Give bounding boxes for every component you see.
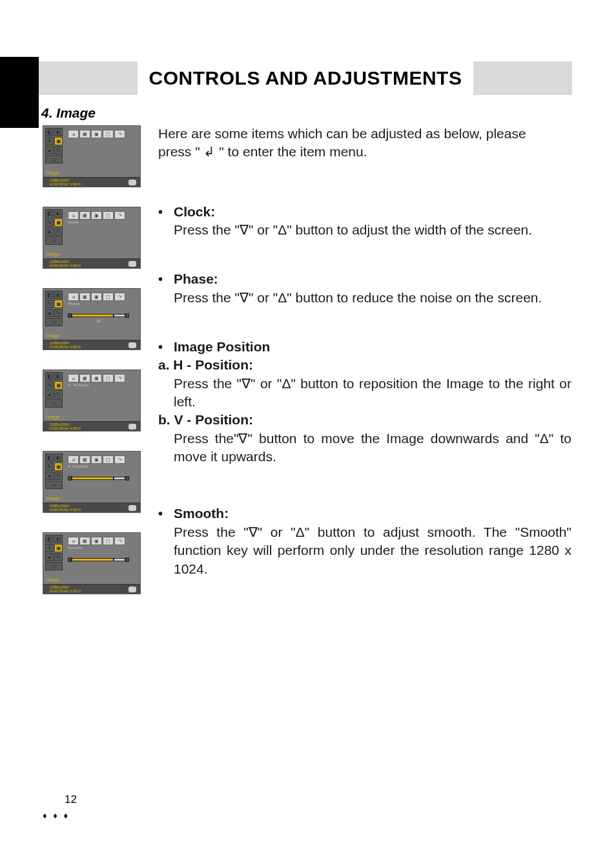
osd-sublabel: V. Position xyxy=(68,464,88,468)
osd-panel: ◧◐✎▣▲↻▭⧈▦▣▢↷H. PositionImage1280x1024H:6… xyxy=(43,369,141,432)
item-clock: • Clock: Press the "∇" or "Δ" button to … xyxy=(158,203,571,240)
osd-left-icons: ◧◐✎▣▲↻▭ xyxy=(45,128,63,164)
osd-status-text: 1280x1024H:63.5KHz V:60.0 xyxy=(50,341,81,349)
osd-panel: ◧◐✎▣▲↻▭⧈▦▣▢↷V. PositionImage1280x1024H:6… xyxy=(43,451,141,513)
osd-top-icons: ⧈▦▣▢↷ xyxy=(68,537,125,545)
item-phase: • Phase: Press the "∇" or "Δ" button to … xyxy=(158,270,571,307)
osd-category: Image xyxy=(46,415,60,419)
osd-category: Image xyxy=(46,333,60,338)
content-column: Here are some items which can be adjuste… xyxy=(158,125,571,609)
phase-body: Press the "∇" or "Δ" button to reduce th… xyxy=(158,289,571,307)
osd-sublabel: H. Position xyxy=(68,383,88,387)
osd-status-text: 1280x1024H:63.5KHz V:60.0 xyxy=(50,504,81,512)
osd-top-icons: ⧈▦▣▢↷ xyxy=(68,374,125,382)
speaker-icon xyxy=(128,261,136,267)
hpos-head: a. H - Position: xyxy=(158,356,571,374)
osd-top-icons: ⧈▦▣▢↷ xyxy=(68,293,125,301)
clock-title: Clock: xyxy=(174,203,215,221)
speaker-icon xyxy=(128,587,136,592)
smooth-title: Smooth: xyxy=(174,504,229,523)
osd-sublabel: Clock xyxy=(68,220,79,224)
page-ornament-diamonds: ♦ ♦ ♦ xyxy=(43,811,70,820)
osd-status-bar: 1280x1024H:63.5KHz V:60.0 xyxy=(43,503,140,512)
osd-top-icons: ⧈▦▣▢↷ xyxy=(68,130,125,138)
osd-status-bar: 1280x1024H:63.5KHz V:60.0 xyxy=(43,584,140,594)
hpos-body: Press the "∇" or "Δ" button to repositio… xyxy=(158,375,571,411)
osd-status-text: 1280x1024H:63.5KHz V:60.0 xyxy=(50,422,81,430)
osd-status-bar: 1280x1024H:63.5KHz V:60.0 xyxy=(43,177,140,187)
osd-panel: ◧◐✎▣▲↻▭⧈▦▣▢↷Phase32Image1280x1024H:63.5K… xyxy=(43,288,141,350)
vpos-head: b. V - Position: xyxy=(158,411,571,429)
osd-top-icons: ⧈▦▣▢↷ xyxy=(68,211,125,220)
osd-panel: ◧◐✎▣▲↻▭⧈▦▣▢↷Image1280x1024H:63.5KHz V:60… xyxy=(43,125,141,187)
speaker-icon xyxy=(128,505,136,511)
clock-body: Press the "∇" or "Δ" button to adjust th… xyxy=(158,221,571,239)
item-smooth: • Smooth: Press the "∇" or "Δ" button to… xyxy=(158,504,571,577)
osd-status-bar: 1280x1024H:63.5KHz V:60.0 xyxy=(43,421,140,431)
speaker-icon xyxy=(128,424,136,430)
vpos-body: Press the"∇" button to move the Image do… xyxy=(158,430,571,466)
intro-line2a: press " xyxy=(158,144,203,159)
osd-status-text: 1280x1024H:63.5KHz V:60.0 xyxy=(50,585,81,593)
osd-category: Image xyxy=(46,496,60,501)
bullet-icon: • xyxy=(158,505,174,523)
intro-paragraph: Here are some items which can be adjuste… xyxy=(158,125,571,161)
osd-top-icons: ⧈▦▣▢↷ xyxy=(68,455,125,464)
osd-sublabel: Smooth xyxy=(68,546,82,550)
osd-slider-value: 32 xyxy=(68,319,129,323)
osd-category: Image xyxy=(46,577,60,582)
item-image-position: • Image Position a. H - Position: Press … xyxy=(158,338,571,466)
osd-left-icons: ◧◐✎▣▲↻▭ xyxy=(45,453,63,490)
osd-status-bar: 1280x1024H:63.5KHz V:60.0 xyxy=(43,340,140,349)
page-title: CONTROLS AND ADJUSTMENTS xyxy=(149,67,462,89)
section-heading: 4. Image xyxy=(41,105,96,121)
imgpos-title: Image Position xyxy=(174,338,270,356)
bullet-icon: • xyxy=(158,338,174,356)
intro-line2b: " to enter the item menu. xyxy=(215,144,367,159)
smooth-body: Press the "∇" or "Δ" button to adjust sm… xyxy=(158,523,571,578)
osd-category: Image xyxy=(46,252,60,256)
osd-status-text: 1280x1024H:63.5KHz V:60.0 xyxy=(50,260,81,267)
section-number: 4. xyxy=(41,105,53,120)
osd-left-icons: ◧◐✎▣▲↻▭ xyxy=(45,291,63,327)
osd-screenshot-column: ◧◐✎▣▲↻▭⧈▦▣▢↷Image1280x1024H:63.5KHz V:60… xyxy=(43,125,141,614)
osd-status-bar: 1280x1024H:63.5KHz V:60.0 xyxy=(43,258,140,268)
osd-slider xyxy=(68,557,129,562)
header-white-box: CONTROLS AND ADJUSTMENTS xyxy=(138,61,474,95)
osd-category: Image xyxy=(46,171,60,175)
osd-sublabel: Phase xyxy=(68,302,80,306)
osd-slider xyxy=(68,476,129,481)
header-band: CONTROLS AND ADJUSTMENTS xyxy=(39,61,572,95)
page-tab xyxy=(0,57,39,128)
osd-panel: ◧◐✎▣▲↻▭⧈▦▣▢↷SmoothImage1280x1024H:63.5KH… xyxy=(43,532,141,594)
osd-status-text: 1280x1024H:63.5KHz V:60.0 xyxy=(50,178,81,186)
osd-left-icons: ◧◐✎▣▲↻▭ xyxy=(45,209,63,245)
speaker-icon xyxy=(128,342,136,348)
bullet-icon: • xyxy=(158,271,174,288)
section-name: Image xyxy=(56,105,96,120)
speaker-icon xyxy=(128,180,136,185)
osd-left-icons: ◧◐✎▣▲↻▭ xyxy=(45,535,63,571)
bullet-icon: • xyxy=(158,203,174,221)
osd-left-icons: ◧◐✎▣▲↻▭ xyxy=(45,372,63,408)
osd-slider xyxy=(68,313,129,318)
enter-icon: ↲ xyxy=(203,144,215,159)
osd-panel: ◧◐✎▣▲↻▭⧈▦▣▢↷ClockImage1280x1024H:63.5KHz… xyxy=(43,207,141,269)
page-number: 12 xyxy=(65,793,77,806)
intro-line1: Here are some items which can be adjuste… xyxy=(158,126,526,141)
phase-title: Phase: xyxy=(174,270,218,288)
